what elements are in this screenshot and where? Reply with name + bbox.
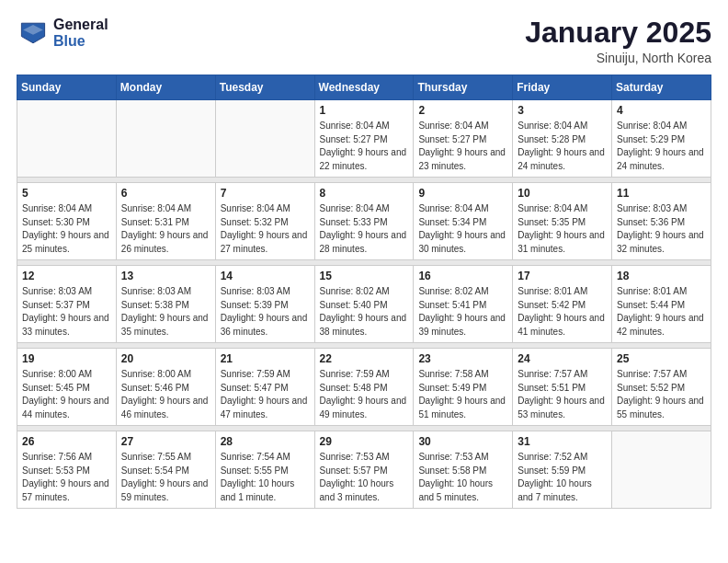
week-row-4: 19Sunrise: 8:00 AM Sunset: 5:45 PM Dayli… [17, 349, 711, 426]
calendar-cell: 24Sunrise: 7:57 AM Sunset: 5:51 PM Dayli… [513, 349, 612, 426]
week-row-1: 1Sunrise: 8:04 AM Sunset: 5:27 PM Daylig… [17, 100, 711, 178]
calendar-cell: 16Sunrise: 8:02 AM Sunset: 5:41 PM Dayli… [414, 266, 513, 343]
day-number: 19 [22, 352, 111, 365]
calendar-cell: 17Sunrise: 8:01 AM Sunset: 5:42 PM Dayli… [513, 266, 612, 343]
header: General Blue January 2025 Sinuiju, North… [17, 17, 711, 65]
month-title: January 2025 [525, 17, 711, 49]
day-number: 18 [617, 270, 706, 282]
day-number: 30 [418, 435, 507, 448]
day-info: Sunrise: 8:04 AM Sunset: 5:33 PM Dayligh… [320, 202, 409, 256]
day-number: 10 [518, 187, 607, 200]
day-number: 23 [418, 352, 507, 365]
calendar-cell: 9Sunrise: 8:04 AM Sunset: 5:34 PM Daylig… [414, 183, 513, 260]
day-info: Sunrise: 8:03 AM Sunset: 5:39 PM Dayligh… [221, 285, 310, 339]
day-number: 25 [617, 352, 706, 365]
day-info: Sunrise: 8:04 AM Sunset: 5:35 PM Dayligh… [518, 202, 607, 256]
calendar-cell: 19Sunrise: 8:00 AM Sunset: 5:45 PM Dayli… [17, 349, 117, 426]
calendar-cell: 2Sunrise: 8:04 AM Sunset: 5:27 PM Daylig… [414, 100, 513, 178]
calendar-cell: 25Sunrise: 7:57 AM Sunset: 5:52 PM Dayli… [612, 349, 711, 426]
calendar-cell: 8Sunrise: 8:04 AM Sunset: 5:33 PM Daylig… [314, 183, 414, 260]
day-number: 16 [418, 270, 507, 282]
weekday-header-friday: Friday [513, 75, 612, 100]
day-info: Sunrise: 8:00 AM Sunset: 5:45 PM Dayligh… [22, 368, 111, 421]
day-number: 9 [418, 187, 507, 200]
weekday-header-row: SundayMondayTuesdayWednesdayThursdayFrid… [17, 75, 711, 100]
weekday-header-thursday: Thursday [414, 75, 513, 100]
day-info: Sunrise: 8:03 AM Sunset: 5:37 PM Dayligh… [22, 285, 111, 339]
day-number: 15 [320, 270, 409, 282]
day-number: 1 [320, 104, 409, 117]
day-number: 6 [121, 187, 210, 200]
day-number: 17 [518, 270, 607, 282]
day-info: Sunrise: 7:59 AM Sunset: 5:48 PM Dayligh… [320, 368, 409, 421]
day-number: 7 [221, 187, 310, 200]
day-number: 11 [617, 187, 706, 200]
weekday-header-saturday: Saturday [612, 75, 711, 100]
logo-text: General Blue [53, 17, 108, 49]
day-info: Sunrise: 8:04 AM Sunset: 5:34 PM Dayligh… [418, 202, 507, 256]
day-number: 14 [221, 270, 310, 282]
day-info: Sunrise: 7:53 AM Sunset: 5:58 PM Dayligh… [418, 451, 507, 504]
calendar-cell: 28Sunrise: 7:54 AM Sunset: 5:55 PM Dayli… [215, 431, 314, 509]
weekday-header-tuesday: Tuesday [215, 75, 314, 100]
weekday-header-monday: Monday [116, 75, 215, 100]
day-info: Sunrise: 8:00 AM Sunset: 5:46 PM Dayligh… [121, 368, 210, 421]
day-number: 21 [221, 352, 310, 365]
logo-icon [17, 17, 50, 50]
day-number: 31 [518, 435, 607, 448]
page: General Blue January 2025 Sinuiju, North… [0, 0, 728, 525]
day-info: Sunrise: 8:01 AM Sunset: 5:44 PM Dayligh… [617, 285, 706, 339]
week-row-3: 12Sunrise: 8:03 AM Sunset: 5:37 PM Dayli… [17, 266, 711, 343]
day-info: Sunrise: 7:54 AM Sunset: 5:55 PM Dayligh… [221, 451, 310, 504]
calendar-cell: 27Sunrise: 7:55 AM Sunset: 5:54 PM Dayli… [116, 431, 215, 509]
title-block: January 2025 Sinuiju, North Korea [525, 17, 711, 65]
day-number: 26 [22, 435, 111, 448]
calendar-cell: 26Sunrise: 7:56 AM Sunset: 5:53 PM Dayli… [17, 431, 117, 509]
calendar-cell: 5Sunrise: 8:04 AM Sunset: 5:30 PM Daylig… [17, 183, 117, 260]
day-info: Sunrise: 8:04 AM Sunset: 5:27 PM Dayligh… [418, 120, 507, 173]
day-number: 29 [320, 435, 409, 448]
calendar-cell: 11Sunrise: 8:03 AM Sunset: 5:36 PM Dayli… [612, 183, 711, 260]
day-info: Sunrise: 7:53 AM Sunset: 5:57 PM Dayligh… [320, 451, 409, 504]
calendar-cell: 13Sunrise: 8:03 AM Sunset: 5:38 PM Dayli… [116, 266, 215, 343]
day-number: 28 [221, 435, 310, 448]
day-info: Sunrise: 8:04 AM Sunset: 5:27 PM Dayligh… [320, 120, 409, 173]
calendar-cell: 3Sunrise: 8:04 AM Sunset: 5:28 PM Daylig… [513, 100, 612, 178]
weekday-header-wednesday: Wednesday [314, 75, 414, 100]
logo-blue-label: Blue [53, 33, 108, 50]
calendar-cell: 29Sunrise: 7:53 AM Sunset: 5:57 PM Dayli… [314, 431, 414, 509]
day-info: Sunrise: 8:04 AM Sunset: 5:32 PM Dayligh… [221, 202, 310, 256]
calendar-cell: 14Sunrise: 8:03 AM Sunset: 5:39 PM Dayli… [215, 266, 314, 343]
calendar-cell: 6Sunrise: 8:04 AM Sunset: 5:31 PM Daylig… [116, 183, 215, 260]
day-info: Sunrise: 8:04 AM Sunset: 5:31 PM Dayligh… [121, 202, 210, 256]
day-number: 5 [22, 187, 111, 200]
weekday-header-sunday: Sunday [17, 75, 117, 100]
calendar-table: SundayMondayTuesdayWednesdayThursdayFrid… [17, 75, 711, 509]
day-info: Sunrise: 7:58 AM Sunset: 5:49 PM Dayligh… [418, 368, 507, 421]
calendar-cell [17, 100, 117, 178]
calendar-cell: 20Sunrise: 8:00 AM Sunset: 5:46 PM Dayli… [116, 349, 215, 426]
calendar-cell [612, 431, 711, 509]
day-number: 13 [121, 270, 210, 282]
day-number: 22 [320, 352, 409, 365]
calendar-cell: 22Sunrise: 7:59 AM Sunset: 5:48 PM Dayli… [314, 349, 414, 426]
day-info: Sunrise: 7:59 AM Sunset: 5:47 PM Dayligh… [221, 368, 310, 421]
day-number: 24 [518, 352, 607, 365]
day-info: Sunrise: 8:04 AM Sunset: 5:30 PM Dayligh… [22, 202, 111, 256]
calendar-cell [215, 100, 314, 178]
day-info: Sunrise: 7:57 AM Sunset: 5:52 PM Dayligh… [617, 368, 706, 421]
calendar-cell: 15Sunrise: 8:02 AM Sunset: 5:40 PM Dayli… [314, 266, 414, 343]
day-info: Sunrise: 8:02 AM Sunset: 5:40 PM Dayligh… [320, 285, 409, 339]
day-info: Sunrise: 8:02 AM Sunset: 5:41 PM Dayligh… [418, 285, 507, 339]
day-info: Sunrise: 8:01 AM Sunset: 5:42 PM Dayligh… [518, 285, 607, 339]
day-info: Sunrise: 7:56 AM Sunset: 5:53 PM Dayligh… [22, 451, 111, 504]
week-row-5: 26Sunrise: 7:56 AM Sunset: 5:53 PM Dayli… [17, 431, 711, 509]
day-number: 2 [418, 104, 507, 117]
day-number: 12 [22, 270, 111, 282]
calendar-cell: 1Sunrise: 8:04 AM Sunset: 5:27 PM Daylig… [314, 100, 414, 178]
day-number: 4 [617, 104, 706, 117]
week-row-2: 5Sunrise: 8:04 AM Sunset: 5:30 PM Daylig… [17, 183, 711, 260]
day-number: 20 [121, 352, 210, 365]
calendar-cell [116, 100, 215, 178]
day-info: Sunrise: 7:55 AM Sunset: 5:54 PM Dayligh… [121, 451, 210, 504]
